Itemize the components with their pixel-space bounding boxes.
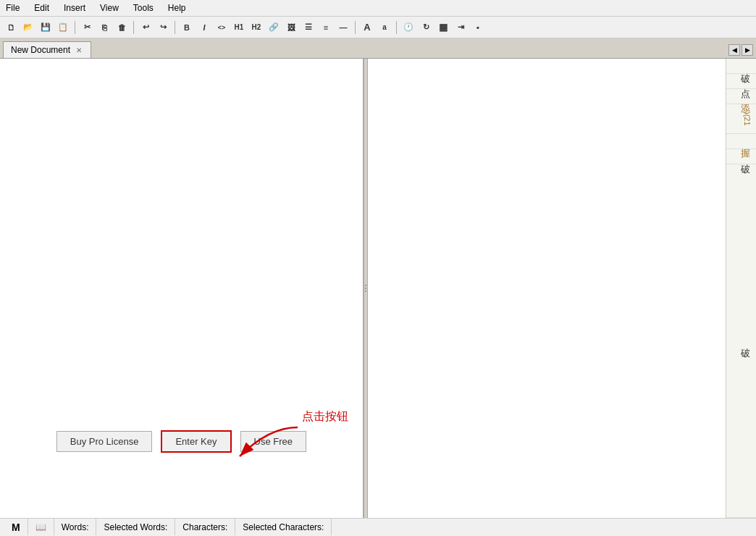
doc-right-pane xyxy=(368,59,726,518)
more-button[interactable]: • xyxy=(470,20,486,35)
use-free-button[interactable]: Use Free xyxy=(240,431,306,452)
status-selected-characters: Selected Characters: xyxy=(235,519,332,535)
toolbar: 🗋 📂 💾 📋 ✂ ⎘ 🗑 ↩ ↪ B I <> H1 H2 🔗 🖼 ☰ ≡ —… xyxy=(0,17,756,38)
splitter-handle xyxy=(365,285,366,292)
status-words: Words: xyxy=(54,519,97,535)
menu-edit[interactable]: Edit xyxy=(31,1,52,14)
characters-label: Characters: xyxy=(182,522,227,532)
refresh-button[interactable]: ↻ xyxy=(418,20,434,35)
doc-left-pane[interactable]: Buy Pro License Enter Key Use Free 点击按钮 xyxy=(0,59,364,518)
sidebar-section-6[interactable]: 破 xyxy=(726,149,756,164)
save-as-button[interactable]: 📋 xyxy=(55,20,71,35)
editor-scroll-area: Buy Pro License Enter Key Use Free 点击按钮 xyxy=(0,59,726,518)
sidebar-section-2[interactable]: 点 xyxy=(726,74,756,89)
open-button[interactable]: 📂 xyxy=(20,20,36,35)
undo-button[interactable]: ↩ xyxy=(138,20,154,35)
right-sidebar: 破 点 添 )(21 握 破 破 xyxy=(726,59,756,518)
separator-5 xyxy=(396,21,397,34)
separator-1 xyxy=(75,21,75,34)
delete-button[interactable]: 🗑 xyxy=(114,20,130,35)
tab-nav-prev[interactable]: ◀ xyxy=(728,44,740,56)
book-icon: 📖 xyxy=(35,522,46,532)
splitter-dot-3 xyxy=(365,290,366,292)
tab-navigation: ◀ ▶ xyxy=(728,41,756,58)
h2-button[interactable]: H2 xyxy=(248,20,264,35)
selected-words-label: Selected Words: xyxy=(104,522,167,532)
tab-close-button[interactable]: ✕ xyxy=(75,46,83,54)
sidebar-section-4[interactable]: )(21 xyxy=(726,104,756,134)
tab-bar: New Document ✕ ◀ ▶ xyxy=(0,38,756,59)
small-text-button[interactable]: a xyxy=(377,20,392,35)
status-selected-words: Selected Words: xyxy=(96,519,175,535)
separator-4 xyxy=(355,21,356,34)
words-label: Words: xyxy=(62,522,89,532)
h1-button[interactable]: H1 xyxy=(231,20,247,35)
image-button[interactable]: 🖼 xyxy=(283,20,299,35)
tab-label: New Document xyxy=(11,45,70,55)
main-area: Buy Pro License Enter Key Use Free 点击按钮 xyxy=(0,59,756,518)
new-button[interactable]: 🗋 xyxy=(3,20,19,35)
cut-button[interactable]: ✂ xyxy=(79,20,95,35)
save-button[interactable]: 💾 xyxy=(38,20,54,35)
separator-3 xyxy=(175,21,175,34)
annotation-text: 点击按钮 xyxy=(302,409,348,424)
menu-tools[interactable]: Tools xyxy=(130,1,156,14)
sidebar-section-5[interactable]: 握 xyxy=(726,134,756,149)
enter-key-button[interactable]: Enter Key xyxy=(161,430,231,453)
export-button[interactable]: ⇥ xyxy=(453,20,469,35)
big-text-button[interactable]: A xyxy=(359,20,375,35)
separator-2 xyxy=(133,21,134,34)
splitter-dot-1 xyxy=(365,285,366,286)
m-icon: M xyxy=(12,522,20,533)
table-button[interactable]: ▦ xyxy=(435,20,451,35)
italic-button[interactable]: I xyxy=(196,20,212,35)
link-button[interactable]: 🔗 xyxy=(266,20,282,35)
status-icon-m: M xyxy=(4,519,28,535)
menu-file[interactable]: File xyxy=(3,1,22,14)
menu-insert[interactable]: Insert xyxy=(61,1,88,14)
redo-button[interactable]: ↪ xyxy=(155,20,171,35)
ul-button[interactable]: ☰ xyxy=(301,20,316,35)
sidebar-section-7[interactable]: 破 xyxy=(726,164,756,518)
time-button[interactable]: 🕐 xyxy=(400,20,416,35)
license-buttons-overlay: Buy Pro License Enter Key Use Free xyxy=(36,430,326,453)
selected-characters-label: Selected Characters: xyxy=(243,522,324,532)
status-icon-book: 📖 xyxy=(28,519,54,535)
menu-view[interactable]: View xyxy=(97,1,122,14)
menu-bar: File Edit Insert View Tools Help xyxy=(0,0,756,17)
bold-button[interactable]: B xyxy=(179,20,195,35)
hr-button[interactable]: — xyxy=(335,20,351,35)
sidebar-section-1[interactable]: 破 xyxy=(726,59,756,74)
ol-button[interactable]: ≡ xyxy=(318,20,334,35)
tab-new-document[interactable]: New Document ✕ xyxy=(3,41,91,58)
buy-pro-button[interactable]: Buy Pro License xyxy=(56,431,153,452)
status-bar: M 📖 Words: Selected Words: Characters: S… xyxy=(0,518,756,535)
status-characters: Characters: xyxy=(175,519,235,535)
copy-button[interactable]: ⎘ xyxy=(96,20,112,35)
tab-nav-next[interactable]: ▶ xyxy=(742,44,753,56)
splitter-dot-2 xyxy=(365,288,366,289)
sidebar-section-3[interactable]: 添 xyxy=(726,89,756,104)
menu-help[interactable]: Help xyxy=(165,1,189,14)
code-button[interactable]: <> xyxy=(214,20,230,35)
